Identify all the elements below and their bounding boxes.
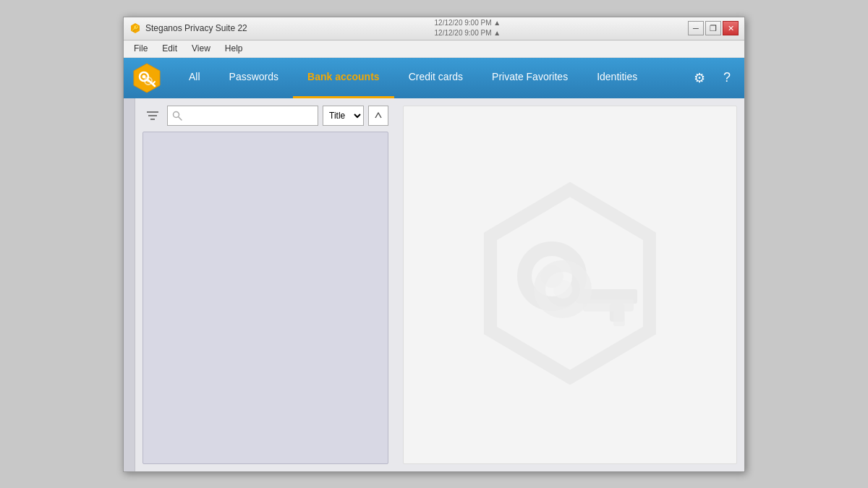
menu-bar: File Edit View Help: [124, 40, 744, 58]
tab-identities[interactable]: Identities: [582, 58, 652, 98]
svg-text:🔑: 🔑: [132, 25, 139, 32]
tab-bank-accounts[interactable]: Bank accounts: [293, 58, 394, 98]
tab-credit-cards[interactable]: Credit cards: [394, 58, 477, 98]
nav-bar: All Passwords Bank accounts Credit cards…: [124, 58, 744, 98]
svg-point-8: [147, 80, 150, 82]
nav-right: ⚙ ?: [689, 68, 737, 88]
menu-file[interactable]: File: [127, 40, 155, 57]
app-title-icon: 🔑: [129, 22, 141, 34]
help-icon[interactable]: ?: [717, 68, 737, 88]
main-content: Title Date Type: [124, 98, 744, 471]
sort-direction-button[interactable]: [368, 106, 388, 126]
menu-help[interactable]: Help: [218, 40, 250, 57]
search-input[interactable]: [174, 111, 312, 121]
entries-list[interactable]: [142, 132, 388, 464]
filter-button[interactable]: [142, 106, 163, 126]
svg-line-13: [179, 116, 182, 120]
main-window: 🔑 Steganos Privacy Suite 22 12/12/20 9:0…: [123, 17, 745, 472]
sidebar-strip: [124, 98, 135, 471]
title-bar-left: 🔑 Steganos Privacy Suite 22: [129, 22, 247, 34]
watermark-logo: [469, 182, 671, 388]
tab-passwords[interactable]: Passwords: [215, 58, 293, 98]
close-button[interactable]: ✕: [723, 21, 739, 35]
svg-point-21: [553, 280, 572, 299]
datetime-display: 12/12/20 9:00 PM ▲ 12/12/20 9:00 PM ▲: [435, 18, 501, 38]
detail-panel: [403, 106, 737, 464]
list-toolbar: Title Date Type: [142, 106, 388, 126]
window-controls: ─ ❐ ✕: [688, 21, 739, 35]
menu-edit[interactable]: Edit: [155, 40, 184, 57]
restore-button[interactable]: ❐: [705, 21, 721, 35]
watermark-svg: [469, 182, 671, 385]
tab-private-favorites[interactable]: Private Favorites: [477, 58, 582, 98]
app-logo: [131, 62, 163, 94]
sort-select[interactable]: Title Date Type: [323, 106, 364, 126]
svg-rect-23: [613, 312, 625, 326]
search-box: [167, 106, 318, 126]
tab-all[interactable]: All: [174, 58, 215, 98]
window-title: Steganos Privacy Suite 22: [145, 23, 247, 33]
svg-rect-22: [583, 299, 634, 312]
menu-view[interactable]: View: [184, 40, 218, 57]
filter-icon: [146, 110, 159, 121]
search-icon: [172, 111, 182, 121]
settings-icon[interactable]: ⚙: [689, 68, 710, 88]
left-panel: Title Date Type: [135, 98, 396, 471]
sort-asc-icon: [373, 111, 383, 121]
svg-point-6: [142, 74, 146, 78]
minimize-button[interactable]: ─: [688, 21, 704, 35]
title-bar: 🔑 Steganos Privacy Suite 22 12/12/20 9:0…: [124, 17, 744, 40]
nav-tabs: All Passwords Bank accounts Credit cards…: [174, 58, 689, 98]
